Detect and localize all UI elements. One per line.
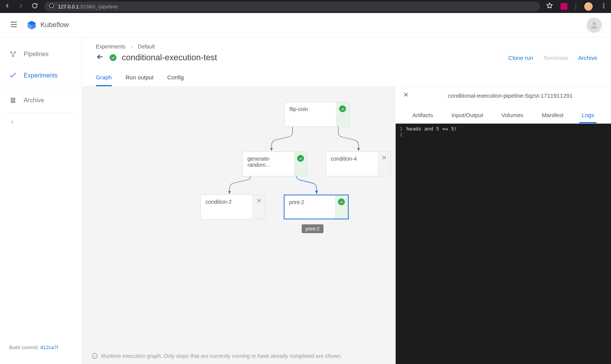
archive-icon — [9, 97, 17, 104]
node-print-2[interactable]: print-2 — [284, 195, 349, 219]
sidebar: Pipelines Experiments Archive Build comm… — [0, 37, 82, 364]
log-line: 1heads and 5 <= 5! — [396, 126, 611, 132]
close-panel-button[interactable] — [402, 91, 409, 100]
sidebar-item-experiments[interactable]: Experiments — [0, 65, 82, 86]
svg-rect-12 — [11, 100, 15, 103]
sidebar-item-pipelines[interactable]: Pipelines — [0, 43, 82, 65]
brand[interactable]: Kubeflow — [27, 20, 69, 30]
svg-point-1 — [603, 3, 605, 4]
chevron-right-icon: › — [131, 43, 133, 50]
details-tab-io[interactable]: Input/Output — [449, 108, 485, 123]
info-icon — [91, 353, 98, 359]
status-success-icon — [338, 198, 345, 205]
main-content: Experiments › Default conditional-execut… — [82, 37, 611, 364]
browser-avatar[interactable] — [584, 2, 593, 11]
pipeline-graph[interactable]: flip-coin generate-random... condition-4… — [82, 87, 396, 364]
sidebar-item-label: Archive — [24, 97, 44, 104]
page-title: conditional-execution-test — [122, 53, 217, 63]
logs-view[interactable]: 1heads and 5 <= 5! 2 — [396, 124, 611, 364]
brand-name: Kubeflow — [40, 21, 69, 29]
kubeflow-logo-icon — [27, 20, 37, 30]
details-tabs: Artifacts Input/Output Volumes Manifest … — [396, 104, 611, 124]
user-avatar[interactable] — [587, 18, 602, 33]
experiments-icon — [9, 72, 17, 79]
info-icon — [49, 3, 54, 10]
sidebar-item-label: Experiments — [24, 72, 58, 79]
breadcrumb-default[interactable]: Default — [138, 43, 155, 50]
node-flip-coin[interactable]: flip-coin — [284, 102, 349, 127]
main-tabs: Graph Run output Config — [82, 69, 611, 87]
details-tab-artifacts[interactable]: Artifacts — [410, 108, 435, 123]
extension-icon[interactable] — [561, 3, 567, 10]
svg-point-3 — [603, 7, 605, 8]
browser-nav — [4, 2, 38, 11]
menu-icon[interactable] — [9, 20, 18, 31]
browser-menu-icon[interactable] — [600, 2, 607, 11]
chevron-left-icon — [9, 119, 15, 125]
sidebar-item-archive[interactable]: Archive — [0, 90, 82, 111]
sidebar-item-label: Pipelines — [24, 51, 48, 58]
tab-graph[interactable]: Graph — [96, 69, 112, 86]
star-icon[interactable] — [546, 2, 553, 11]
svg-point-10 — [12, 55, 14, 57]
tab-run-output[interactable]: Run output — [126, 69, 154, 86]
svg-point-7 — [593, 22, 596, 25]
node-tooltip: print-2 — [302, 224, 323, 233]
skipped-icon — [256, 198, 261, 205]
details-title: conditional-execution-pipeline-5qzst-171… — [416, 92, 604, 99]
log-line: 2 — [396, 132, 611, 137]
app-header: Kubeflow — [0, 13, 611, 37]
status-success-icon — [110, 54, 116, 61]
clone-run-button[interactable]: Clone run — [508, 55, 533, 61]
breadcrumb: Experiments › Default — [82, 37, 611, 53]
browser-reload-icon[interactable] — [31, 2, 38, 11]
browser-back-icon[interactable] — [4, 2, 11, 11]
node-condition-4[interactable]: condition-4 — [326, 151, 391, 176]
back-button[interactable] — [96, 53, 104, 63]
tab-config[interactable]: Config — [167, 69, 184, 86]
browser-bar: 127.0.0.1:31380/_/pipeline/ | — [0, 0, 611, 13]
url-text: 127.0.0.1:31380/_/pipeline/ — [58, 4, 118, 10]
graph-footer-hint: Runtime execution graph. Only steps that… — [82, 348, 396, 364]
terminate-button: Terminate — [543, 55, 568, 61]
browser-right: | — [546, 2, 607, 11]
browser-forward-icon[interactable] — [18, 2, 24, 11]
node-condition-2[interactable]: condition-2 — [200, 195, 265, 219]
collapse-sidebar-button[interactable] — [0, 114, 82, 131]
skipped-icon — [381, 155, 386, 161]
details-panel: conditional-execution-pipeline-5qzst-171… — [396, 87, 611, 364]
url-bar[interactable]: 127.0.0.1:31380/_/pipeline/ — [44, 2, 540, 11]
svg-rect-11 — [10, 98, 15, 99]
build-commit-link[interactable]: 812ca7f — [40, 345, 58, 350]
node-generate-random[interactable]: generate-random... — [242, 151, 307, 176]
breadcrumb-experiments[interactable]: Experiments — [96, 43, 126, 50]
build-commit: Build commit: 812ca7f — [0, 338, 82, 358]
svg-point-2 — [603, 5, 605, 6]
status-success-icon — [297, 155, 304, 162]
pipelines-icon — [9, 50, 17, 58]
details-tab-manifest[interactable]: Manifest — [540, 108, 566, 123]
details-tab-logs[interactable]: Logs — [579, 108, 596, 123]
status-success-icon — [339, 105, 346, 112]
details-tab-volumes[interactable]: Volumes — [499, 108, 526, 123]
archive-button[interactable]: Archive — [578, 55, 597, 61]
close-icon — [402, 91, 409, 98]
